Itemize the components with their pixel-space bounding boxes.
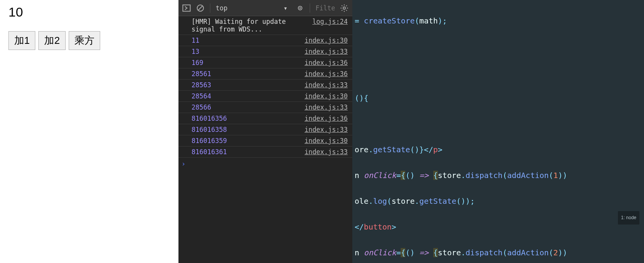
console-toolbar: top ▾ bbox=[178, 0, 352, 16]
log-source-link[interactable]: log.js:24 bbox=[312, 18, 348, 25]
code-line: = createStore(math); bbox=[352, 15, 644, 28]
log-message: 28566index.js:33 bbox=[178, 102, 352, 113]
log-message: 11index.js:30 bbox=[178, 35, 352, 46]
dropdown-icon: ▾ bbox=[284, 4, 287, 12]
code-editor[interactable]: = createStore(math); (){ ore.getState()}… bbox=[352, 0, 644, 263]
context-label: top bbox=[216, 4, 228, 12]
log-message: 816016358index.js:33 bbox=[178, 124, 352, 135]
toggle-sidebar-icon[interactable] bbox=[182, 4, 191, 12]
counter-value: 10 bbox=[8, 5, 170, 20]
log-source-link[interactable]: index.js:30 bbox=[304, 92, 348, 100]
terminal-tab[interactable]: 1: node bbox=[618, 211, 639, 225]
log-source-link[interactable]: index.js:36 bbox=[304, 59, 348, 67]
log-value: 169 bbox=[192, 59, 203, 67]
live-expression-icon[interactable] bbox=[296, 4, 304, 12]
log-value: 816016359 bbox=[192, 137, 227, 145]
log-message: 13index.js:33 bbox=[178, 46, 352, 57]
filter-input[interactable] bbox=[315, 4, 335, 12]
add-1-button[interactable]: 加1 bbox=[8, 31, 35, 50]
add-2-button[interactable]: 加2 bbox=[38, 31, 65, 50]
log-text: [HMR] Waiting for update signal from WDS… bbox=[192, 18, 308, 33]
log-value: 816016361 bbox=[192, 148, 227, 156]
log-message: [HMR] Waiting for update signal from WDS… bbox=[178, 16, 352, 35]
log-message: 28563index.js:33 bbox=[178, 80, 352, 91]
log-value: 28564 bbox=[192, 92, 211, 100]
svg-point-4 bbox=[299, 7, 301, 8]
log-source-link[interactable]: index.js:30 bbox=[304, 37, 348, 44]
log-message: 816016361index.js:33 bbox=[178, 146, 352, 158]
log-source-link[interactable]: index.js:33 bbox=[304, 81, 348, 89]
browser-preview: 10 加1 加2 乘方 bbox=[0, 0, 178, 263]
log-message: 169index.js:36 bbox=[178, 57, 352, 68]
log-source-link[interactable]: index.js:36 bbox=[304, 70, 348, 78]
toolbar-divider bbox=[310, 3, 310, 13]
log-value: 28563 bbox=[192, 81, 211, 89]
code-line: ole.log(store.getState()); bbox=[352, 195, 644, 208]
log-source-link[interactable]: index.js:36 bbox=[304, 115, 348, 122]
button-row: 加1 加2 乘方 bbox=[8, 31, 170, 50]
code-line: (){ bbox=[352, 92, 644, 105]
clear-console-icon[interactable] bbox=[196, 4, 205, 12]
square-button[interactable]: 乘方 bbox=[69, 31, 100, 50]
code-line bbox=[352, 66, 644, 79]
console-prompt[interactable]: › bbox=[178, 158, 352, 170]
log-source-link[interactable]: index.js:33 bbox=[304, 103, 348, 111]
devtools-console: top ▾ [HMR] Waiting for update signal fr… bbox=[178, 0, 352, 263]
log-message: 28564index.js:30 bbox=[178, 91, 352, 102]
log-message: 28561index.js:36 bbox=[178, 68, 352, 80]
log-value: 11 bbox=[192, 37, 199, 44]
code-line bbox=[352, 118, 644, 131]
svg-line-2 bbox=[198, 6, 203, 10]
svg-point-5 bbox=[343, 7, 345, 9]
log-value: 28566 bbox=[192, 103, 211, 111]
settings-gear-icon[interactable] bbox=[340, 4, 348, 12]
log-message: 816016359index.js:30 bbox=[178, 135, 352, 146]
log-source-link[interactable]: index.js:33 bbox=[304, 48, 348, 55]
code-line bbox=[352, 40, 644, 53]
code-line: </button> bbox=[352, 221, 644, 234]
code-line: n onClick={() => {store.dispatch(addActi… bbox=[352, 169, 644, 182]
log-value: 816016358 bbox=[192, 126, 227, 133]
log-source-link[interactable]: index.js:30 bbox=[304, 137, 348, 145]
context-selector[interactable]: top ▾ bbox=[216, 4, 291, 12]
console-log-list[interactable]: [HMR] Waiting for update signal from WDS… bbox=[178, 16, 352, 263]
log-value: 816016356 bbox=[192, 115, 227, 122]
log-message: 816016356index.js:36 bbox=[178, 113, 352, 124]
toolbar-divider bbox=[210, 3, 210, 13]
code-line: ore.getState()}</p> bbox=[352, 143, 644, 156]
log-source-link[interactable]: index.js:33 bbox=[304, 126, 348, 133]
log-value: 13 bbox=[192, 48, 199, 55]
code-line: n onClick={() => {store.dispatch(addActi… bbox=[352, 246, 644, 260]
log-source-link[interactable]: index.js:33 bbox=[304, 148, 348, 156]
log-value: 28561 bbox=[192, 70, 211, 78]
